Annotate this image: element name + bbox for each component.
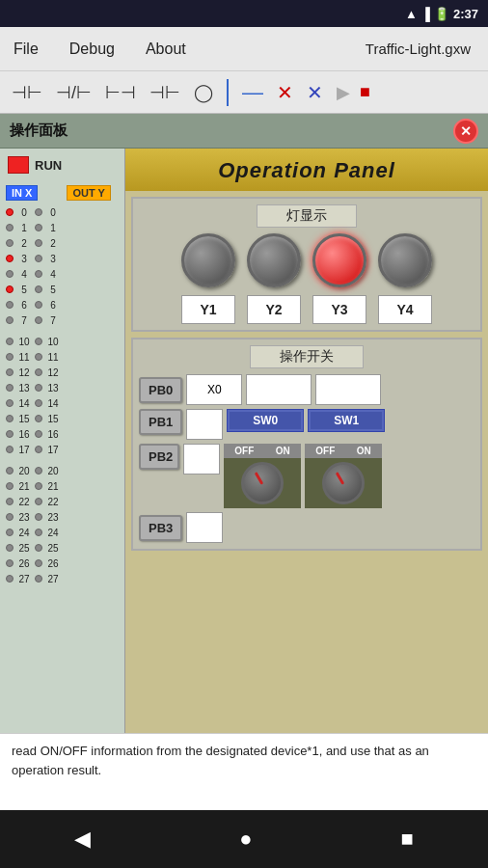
toolbar-xmark2-icon[interactable]: ✕ (303, 79, 327, 106)
light-label-row: Y1 Y2 Y3 Y4 (139, 295, 474, 324)
out-badge: OUT Y (67, 185, 110, 201)
pb2-button[interactable]: PB2 (139, 444, 179, 470)
out-dot-0 (35, 208, 42, 216)
light-display-section: 灯显示 Y1 Y2 Y3 Y4 (131, 197, 482, 332)
switch-section-label-container: 操作开关 (139, 345, 474, 368)
time-display: 2:37 (453, 7, 478, 21)
io-row: 14 14 (4, 395, 121, 411)
io-row: 16 16 (4, 426, 121, 442)
out-dot-2 (35, 239, 42, 247)
io-row: 12 12 (4, 365, 121, 380)
light-y1 (181, 233, 235, 287)
sw0-knob-area[interactable] (224, 458, 301, 508)
toolbar-contact-no-icon[interactable]: ⊣⊢ (8, 80, 46, 105)
operation-panel-window: 操作面板 ✕ RUN IN X OUT Y 0 0 (0, 114, 488, 810)
out-dot-5 (35, 285, 42, 293)
menu-debug[interactable]: Debug (64, 37, 121, 62)
pb1-button[interactable]: PB1 (139, 409, 182, 435)
light-label-y1: Y1 (181, 295, 235, 324)
run-led (8, 156, 29, 174)
io-row: 2 2 (4, 235, 121, 251)
toolbar-coil-icon[interactable]: ◯ (190, 80, 217, 105)
light-label-y2: Y2 (247, 295, 301, 324)
io-rows-group1: 0 0 1 1 2 2 3 (2, 204, 122, 328)
x0-input[interactable]: X0 (186, 374, 242, 405)
in-dot-1 (6, 224, 14, 231)
io-row: 25 25 (4, 540, 121, 556)
in-dot-5 (6, 285, 14, 293)
io-row: 27 27 (4, 571, 121, 586)
io-row: 21 21 (4, 478, 121, 494)
io-rows-group2: 10 10 11 11 12 12 13 13 14 14 (2, 334, 122, 457)
toolbar-stop-icon[interactable]: ■ (360, 82, 370, 102)
io-rows-group3: 20 20 21 21 22 22 23 23 24 24 (2, 463, 122, 586)
file-title: Traffic-Light.gxw (366, 41, 471, 57)
sw1-on-label[interactable]: ON (357, 446, 371, 456)
light-y3 (312, 233, 366, 287)
toolbar-play-icon[interactable]: ▶ (333, 80, 354, 105)
blank-pb3 (186, 512, 223, 543)
blank-input-0a (246, 374, 312, 405)
window-title: 操作面板 (10, 122, 68, 140)
status-icons: ▲ ▐ 🔋 2:37 (405, 7, 478, 21)
light-y2 (247, 233, 301, 287)
toolbar-contact-nc-icon[interactable]: ⊣/⊢ (52, 80, 95, 105)
light-label-y4: Y4 (378, 295, 432, 324)
toolbar-line-icon[interactable]: ― (238, 78, 267, 107)
sw1-knob[interactable] (322, 462, 365, 504)
io-row: 15 15 (4, 411, 121, 426)
light-y4 (378, 233, 432, 287)
sw0-body: OFF ON (224, 444, 301, 508)
sw0-knob[interactable] (241, 462, 284, 504)
light-label-y3: Y3 (312, 295, 366, 324)
status-bar: ▲ ▐ 🔋 2:37 (0, 0, 488, 27)
sw1-off-label[interactable]: OFF (315, 446, 335, 456)
in-badge: IN X (6, 185, 38, 201)
nav-back-button[interactable]: ◀ (55, 819, 110, 859)
toolbar-xmark-icon[interactable]: ✕ (273, 79, 297, 106)
toolbar-separator (227, 79, 229, 106)
battery-icon: 🔋 (434, 7, 449, 21)
blank-input-0b (315, 374, 381, 405)
io-row: 26 26 (4, 556, 121, 571)
io-row: 5 5 (4, 282, 121, 297)
sw0-label: SW0 (230, 412, 301, 429)
io-row: 3 3 (4, 251, 121, 266)
left-sidebar: RUN IN X OUT Y 0 0 1 1 (0, 149, 125, 810)
menu-about[interactable]: About (140, 37, 192, 62)
pb0-button[interactable]: PB0 (139, 377, 182, 403)
wifi-icon: ▲ (405, 7, 418, 21)
in-dot-6 (6, 301, 14, 309)
light-section-label-container: 灯显示 (139, 204, 474, 228)
toolbar: ⊣⊢ ⊣/⊢ ⊢⊣ ⊣⊢ ◯ ― ✕ ✕ ▶ ■ (0, 71, 488, 114)
io-row: 6 6 (4, 297, 121, 312)
out-dot-1 (35, 224, 42, 231)
light-section-label: 灯显示 (257, 204, 357, 228)
toolbar-contact-pos-icon[interactable]: ⊢⊣ (101, 80, 140, 105)
switch-row-0: PB0 X0 (139, 374, 474, 405)
io-row: 24 24 (4, 525, 121, 540)
toolbar-contact-neg-icon[interactable]: ⊣⊢ (146, 80, 184, 105)
in-dot-3 (6, 255, 14, 262)
pb2-button-placeholder: PB2 (139, 444, 179, 470)
nav-home-button[interactable]: ● (220, 819, 271, 859)
run-indicator: RUN (2, 152, 122, 177)
sw1-control: SW1 (308, 409, 385, 432)
in-dot-2 (6, 239, 14, 247)
sw0-on-label[interactable]: ON (276, 446, 290, 456)
io-row: 10 10 (4, 334, 121, 349)
switch-row-3: PB3 (139, 512, 474, 543)
io-row: 0 0 (4, 204, 121, 220)
sw1-knob-area[interactable] (305, 458, 382, 508)
window-close-button[interactable]: ✕ (453, 119, 478, 144)
io-row: 17 17 (4, 442, 121, 457)
run-label: RUN (35, 158, 62, 173)
right-panel: Operation Panel 灯显示 Y1 Y2 Y3 Y4 (125, 149, 488, 810)
pb3-button[interactable]: PB3 (139, 515, 182, 541)
blank-pb2 (183, 444, 220, 475)
nav-recents-button[interactable]: ■ (382, 819, 433, 859)
sw1-off-on: OFF ON (305, 444, 382, 458)
sw0-off-label[interactable]: OFF (234, 446, 254, 456)
io-header: IN X OUT Y (2, 183, 122, 203)
menu-file[interactable]: File (8, 37, 44, 62)
